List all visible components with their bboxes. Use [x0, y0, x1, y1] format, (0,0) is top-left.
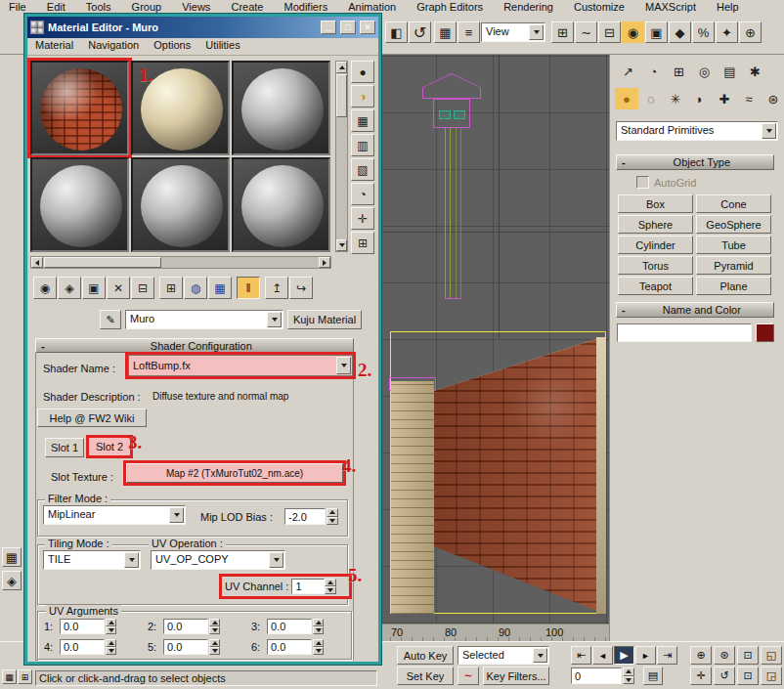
render-last-icon[interactable]: ✦ — [716, 22, 738, 43]
utilities-tab-icon[interactable]: ✱ — [744, 61, 766, 82]
auto-key-button[interactable]: Auto Key — [397, 646, 454, 665]
set-key-button[interactable]: Set Key — [397, 667, 454, 685]
video-color-check-icon[interactable]: ▧ — [351, 158, 374, 181]
zoom-extents-all-icon[interactable]: ⊡ — [737, 667, 759, 685]
sample-slot-6[interactable] — [232, 157, 330, 252]
cylinder-button[interactable]: Cylinder — [618, 236, 693, 254]
pan-icon[interactable]: ✛ — [690, 667, 712, 685]
array-icon[interactable]: ▦ — [434, 22, 457, 43]
put-to-library-icon[interactable]: ⊞ — [159, 277, 183, 299]
assign-material-icon[interactable]: ▣ — [82, 277, 106, 299]
uv-channel-field[interactable]: 1 — [291, 579, 325, 594]
display-tab-icon[interactable]: ▤ — [719, 61, 741, 82]
scroll-down-icon[interactable] — [336, 239, 347, 251]
sample-uv-tiling-icon[interactable]: ▥ — [351, 134, 374, 156]
show-map-in-viewport-icon[interactable]: ▦ — [208, 277, 232, 299]
cone-button[interactable]: Cone — [696, 194, 771, 213]
menu-navigation[interactable]: Navigation — [82, 38, 145, 52]
pyramid-button[interactable]: Pyramid — [696, 256, 771, 275]
slot-texture-button[interactable]: Map #2 (TxMuroTut02_nm.ace) — [126, 463, 343, 483]
zoom-icon[interactable]: ⊕ — [690, 646, 712, 665]
menu-file[interactable]: File — [0, 0, 35, 14]
systems-category-icon[interactable]: ⊛ — [762, 88, 784, 109]
shapes-category-icon[interactable]: ◌ — [639, 88, 663, 109]
uv-arg-5-spinner[interactable] — [209, 639, 220, 655]
mip-lod-field[interactable]: -2.0 — [284, 508, 326, 525]
render-setup-icon[interactable]: ▣ — [645, 22, 668, 43]
background-icon[interactable]: ▦ — [351, 109, 374, 132]
primitives-dropdown[interactable]: Standard Primitives — [616, 121, 778, 141]
new-key-filter-curve-icon[interactable]: ∼ — [457, 667, 479, 685]
help-wiki-button[interactable]: Help @ FW2 Wiki — [37, 409, 147, 427]
chevron-down-icon[interactable] — [336, 357, 351, 374]
scroll-up-icon[interactable] — [336, 62, 347, 73]
zoom-extents-icon[interactable]: ⊡ — [737, 646, 759, 665]
percent-snap-icon[interactable]: % — [692, 22, 715, 43]
sphere-button[interactable]: Sphere — [618, 215, 693, 234]
modify-tab-icon[interactable]: ◔ — [642, 61, 665, 82]
sample-slot-5[interactable] — [131, 157, 230, 252]
tiling-mode-dropdown[interactable]: TILE — [43, 550, 141, 570]
uv-arg-5-field[interactable]: 0.0 — [163, 639, 208, 655]
sample-slot-3[interactable] — [232, 61, 330, 155]
box-button[interactable]: Box — [618, 194, 693, 213]
chevron-down-icon[interactable] — [269, 552, 283, 568]
geosphere-button[interactable]: GeoSphere — [696, 215, 771, 234]
uv-arg-6-spinner[interactable] — [313, 639, 324, 655]
uv-arg-2-spinner[interactable] — [209, 619, 220, 634]
material-editor-titlebar[interactable]: Material Editor - Muro _ □ ✕ — [27, 17, 378, 38]
maximize-viewport-icon[interactable]: ◲ — [761, 667, 782, 685]
make-unique-icon[interactable]: ⊟ — [131, 277, 154, 299]
go-to-parent-icon[interactable]: ↥ — [265, 277, 288, 299]
autogrid-checkbox[interactable] — [636, 176, 649, 189]
menu-views[interactable]: Views — [173, 0, 219, 14]
tab-slot-2-active[interactable]: Slot 2 — [86, 435, 133, 458]
show-end-result-icon[interactable]: ‖ — [237, 277, 260, 299]
filter-mode-dropdown[interactable]: MipLinear — [43, 505, 186, 525]
object-name-field[interactable] — [617, 323, 752, 342]
uv-arg-1-field[interactable]: 0.0 — [60, 619, 105, 634]
menu-animation[interactable]: Animation — [339, 0, 405, 14]
arc-rotate-icon[interactable]: ↺ — [714, 667, 735, 685]
scroll-left-icon[interactable] — [31, 257, 43, 268]
menu-edit[interactable]: Edit — [38, 0, 74, 14]
uv-channel-spinner[interactable] — [325, 579, 336, 594]
spacewarps-category-icon[interactable]: ≈ — [737, 88, 761, 109]
go-forward-sibling-icon[interactable]: ↪ — [289, 277, 313, 299]
sample-slot-4[interactable] — [30, 157, 129, 252]
plane-button[interactable]: Plane — [696, 277, 771, 295]
menu-graph-editors[interactable]: Graph Editors — [408, 0, 492, 14]
zoom-region-icon[interactable]: ◱ — [761, 646, 782, 665]
create-tab-icon[interactable]: ↗ — [617, 61, 639, 82]
menu-customize[interactable]: Customize — [565, 0, 633, 14]
menu-group[interactable]: Group — [123, 0, 171, 14]
make-preview-icon[interactable]: ◔ — [351, 183, 374, 205]
play-icon[interactable]: ▶ — [614, 646, 634, 665]
motion-tab-icon[interactable]: ◎ — [693, 61, 716, 82]
uv-operation-dropdown[interactable]: UV_OP_COPY — [151, 550, 285, 570]
get-material-icon[interactable]: ◉ — [33, 277, 57, 299]
maximize-icon[interactable]: □ — [340, 21, 356, 34]
material-editor-icon[interactable]: ◉ — [622, 22, 644, 43]
uv-arg-1-spinner[interactable] — [106, 619, 116, 634]
next-frame-icon[interactable]: ► — [635, 646, 656, 665]
shader-config-rollout-header[interactable]: - Shader Configuration — [35, 338, 354, 353]
render-production-icon[interactable]: ⊕ — [739, 22, 762, 43]
menu-options[interactable]: Options — [148, 38, 196, 52]
menu-material[interactable]: Material — [27, 38, 79, 52]
view-dropdown[interactable]: View — [481, 22, 545, 42]
wall-pillar[interactable] — [391, 381, 434, 614]
mip-lod-spinner[interactable] — [327, 508, 338, 525]
rotate-icon[interactable]: ↺ — [409, 22, 431, 43]
uv-arg-6-field[interactable]: 0.0 — [267, 639, 312, 655]
menu-modifiers[interactable]: Modifiers — [276, 0, 337, 14]
sample-type-icon[interactable]: ● — [351, 61, 374, 83]
object-color-swatch[interactable] — [756, 323, 774, 342]
chevron-down-icon[interactable] — [124, 552, 139, 568]
selection-set-dropdown[interactable]: Selected — [457, 646, 549, 665]
object-type-rollout-header[interactable]: - Object Type — [616, 154, 774, 170]
material-map-navigator-icon[interactable]: ⊞ — [351, 232, 374, 254]
track-bar[interactable]: 70 80 90 100 — [379, 624, 609, 641]
torus-button[interactable]: Torus — [618, 256, 693, 275]
snap-toggle-icon[interactable]: ◈ — [2, 571, 22, 590]
